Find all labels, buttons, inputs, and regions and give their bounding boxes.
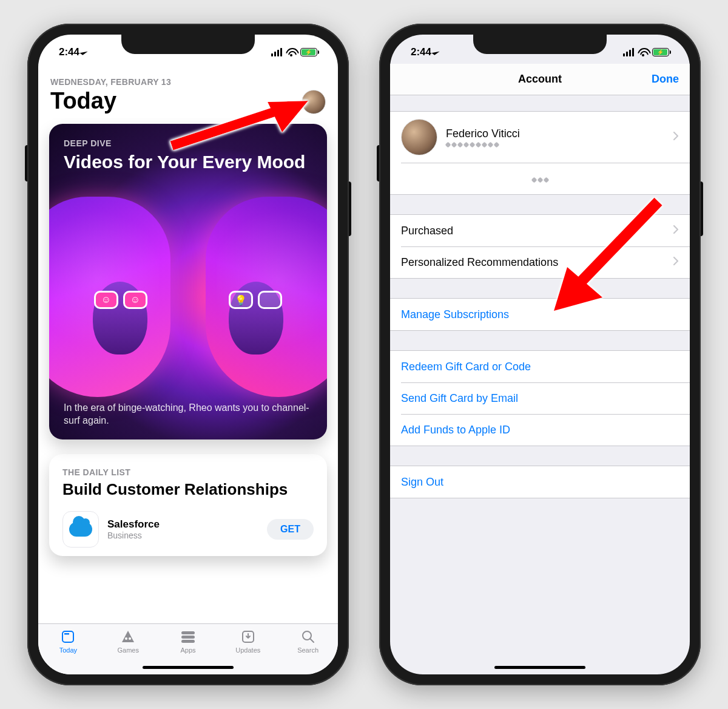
get-button[interactable]: GET <box>267 519 314 540</box>
search-icon <box>300 629 317 645</box>
tutorial-arrow-icon <box>166 98 311 153</box>
svg-point-4 <box>125 637 127 640</box>
svg-rect-2 <box>62 631 73 642</box>
tab-updates[interactable]: Updates <box>218 629 278 654</box>
location-services-icon <box>79 49 87 55</box>
cellular-signal-icon <box>623 48 634 56</box>
tab-bar: Today Games Apps Updates <box>38 623 338 674</box>
svg-rect-7 <box>181 636 195 639</box>
tab-games[interactable]: Games <box>98 629 158 654</box>
svg-line-12 <box>579 202 658 283</box>
sign-out-row[interactable]: Sign Out <box>390 466 690 498</box>
battery-icon: ⚡ <box>300 48 317 56</box>
apps-icon <box>180 629 197 645</box>
svg-point-5 <box>129 637 131 640</box>
games-icon <box>120 629 136 645</box>
updates-icon <box>240 629 257 645</box>
svg-rect-6 <box>181 631 195 634</box>
featured-story-card[interactable]: DEEP DIVE Videos for Your Every Mood ☺☺ … <box>49 124 327 439</box>
screen-account: 2:44 ⚡ Account Done <box>390 35 690 674</box>
card-subtitle: In the era of binge-watching, Rheo wants… <box>64 401 312 427</box>
wifi-icon <box>286 48 297 56</box>
redeem-code-row[interactable]: Redeem Gift Card or Code <box>390 351 690 382</box>
cellular-signal-icon <box>271 48 282 56</box>
nav-title: Account <box>518 73 562 86</box>
card-title: Build Customer Relationships <box>62 481 314 499</box>
nav-bar: Account Done <box>390 64 690 95</box>
chevron-right-icon <box>673 225 679 237</box>
iphone-frame-right: 2:44 ⚡ Account Done <box>379 24 701 685</box>
svg-rect-3 <box>64 633 69 635</box>
card-title: Videos for Your Every Mood <box>64 152 312 172</box>
card-eyebrow: THE DAILY LIST <box>62 467 314 477</box>
page-title: Today <box>50 88 171 114</box>
today-icon <box>59 629 76 645</box>
redacted-email <box>446 143 520 147</box>
app-category: Business <box>107 531 258 540</box>
salesforce-app-icon <box>62 511 99 548</box>
location-services-icon <box>431 49 439 55</box>
wifi-icon <box>638 48 649 56</box>
account-table[interactable]: Federico Viticci Purchased <box>390 95 690 674</box>
chevron-right-icon <box>673 131 679 144</box>
notch <box>473 35 607 54</box>
profile-name: Federico Viticci <box>446 127 520 140</box>
iphone-frame-left: 2:44 ⚡ WEDNESDAY, FEBRUARY 13 Today <box>27 24 349 685</box>
tab-apps[interactable]: Apps <box>158 629 218 654</box>
tab-today[interactable]: Today <box>38 629 98 654</box>
tutorial-arrow-icon <box>537 189 670 323</box>
app-name: Salesforce <box>107 518 258 531</box>
today-date: WEDNESDAY, FEBRUARY 13 <box>50 77 171 87</box>
battery-icon: ⚡ <box>652 48 669 56</box>
profile-avatar <box>401 119 437 155</box>
apple-id-row[interactable]: Federico Viticci <box>390 112 690 163</box>
tab-search[interactable]: Search <box>278 629 338 654</box>
status-time: 2:44 <box>411 46 431 58</box>
add-funds-row[interactable]: Add Funds to Apple ID <box>390 414 690 446</box>
chevron-right-icon <box>673 256 679 269</box>
send-gift-card-row[interactable]: Send Gift Card by Email <box>390 382 690 414</box>
daily-list-card[interactable]: THE DAILY LIST Build Customer Relationsh… <box>49 454 327 556</box>
app-row[interactable]: Salesforce Business GET <box>62 511 314 548</box>
notch <box>121 35 255 54</box>
svg-line-0 <box>172 112 275 146</box>
home-indicator[interactable] <box>143 666 234 669</box>
home-indicator[interactable] <box>494 666 585 669</box>
done-button[interactable]: Done <box>652 73 679 86</box>
svg-line-11 <box>310 639 314 642</box>
status-time: 2:44 <box>59 46 79 58</box>
screen-today: 2:44 ⚡ WEDNESDAY, FEBRUARY 13 Today <box>38 35 338 674</box>
svg-rect-8 <box>181 640 195 643</box>
